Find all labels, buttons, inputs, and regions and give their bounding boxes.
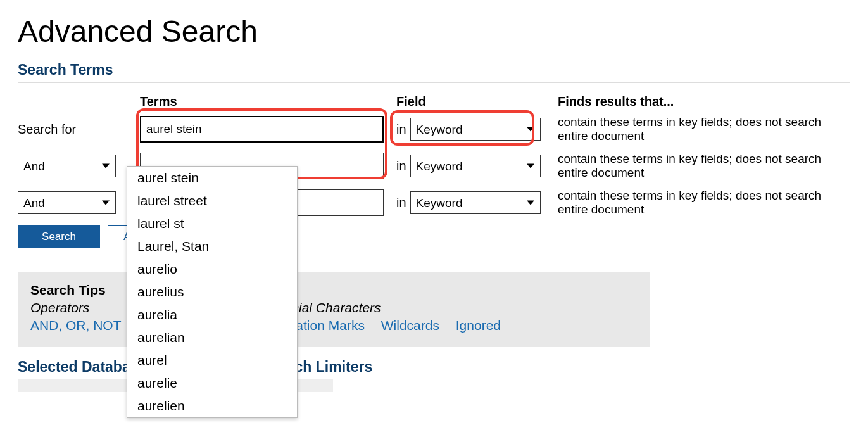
col-header-terms: Terms [140,89,384,115]
autocomplete-item[interactable]: aurelia [127,303,297,326]
in-label-1: in [396,122,406,137]
field-select-1[interactable]: Keyword [410,118,541,141]
tips-chars-sub: cial Characters [292,300,513,315]
autocomplete-item[interactable]: aurelius [127,281,297,303]
autocomplete-item[interactable]: aurel stein [127,167,297,189]
in-label-3: in [396,196,406,210]
search-for-label: Search for [18,122,127,137]
autocomplete-item[interactable]: laurel street [127,189,297,212]
autocomplete-popup: aurel stein laurel street laurel st Laur… [127,166,298,392]
search-button[interactable]: Search [18,225,100,248]
section-search-terms: Search Terms [18,61,850,83]
term-input-1[interactable] [140,116,384,143]
field-select-2[interactable]: Keyword [410,155,541,177]
page-title: Advanced Search [18,14,850,49]
hint-2: contain these terms in key fields; does … [558,152,850,180]
autocomplete-item[interactable]: Laurel, Stan [127,235,297,258]
tips-link-ignored[interactable]: Ignored [456,318,501,333]
selected-databases-header: Selected Databa [18,358,130,376]
autocomplete-item[interactable]: laurel st [127,212,297,235]
tips-link-and-or-not[interactable]: AND, OR, NOT [30,318,122,333]
autocomplete-item[interactable]: aurelie [127,372,297,392]
autocomplete-item[interactable]: aurelian [127,326,297,349]
hint-3: contain these terms in key fields; does … [558,189,850,217]
in-label-2: in [396,159,406,174]
search-tips-title: Search Tips [30,282,637,298]
hint-1: contain these terms in key fields; does … [558,115,850,143]
search-tips-box: Search Tips Operators AND, OR, NOT cial … [18,272,650,347]
col-header-finds: Finds results that... [558,89,850,115]
tips-operators-sub: Operators [30,300,134,315]
tips-link-wildcards[interactable]: Wildcards [381,318,439,333]
operator-select-3[interactable]: And [18,191,116,214]
field-select-3[interactable]: Keyword [410,191,541,214]
operator-select-2[interactable]: And [18,155,116,177]
col-header-field: Field [396,89,545,115]
autocomplete-item[interactable]: aurelio [127,258,297,281]
autocomplete-item[interactable]: aurel [127,349,297,372]
tips-link-quotation[interactable]: tation Marks [292,318,365,333]
